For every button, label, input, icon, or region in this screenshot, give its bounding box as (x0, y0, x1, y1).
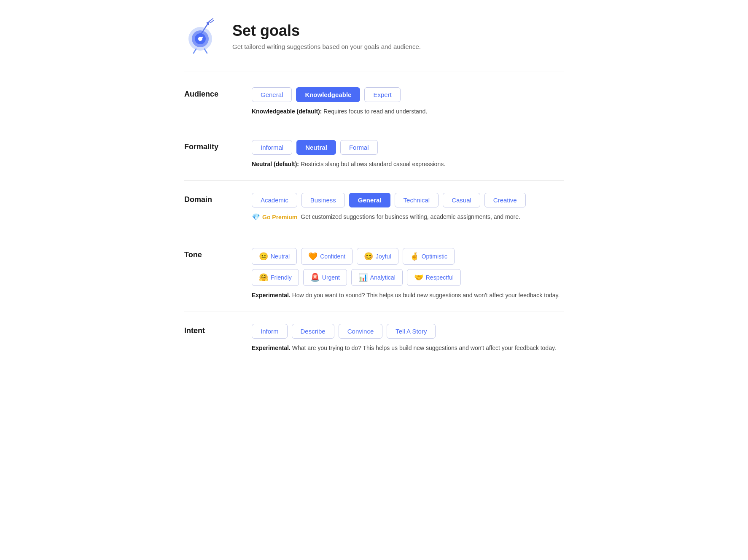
svg-line-2 (210, 19, 213, 21)
domain-content: Academic Business General Technical Casu… (252, 193, 564, 224)
domain-label: Domain (184, 193, 235, 204)
svg-line-8 (194, 49, 196, 53)
neutral-emoji: 😐 (259, 252, 268, 261)
tone-row-2: 🤗 Friendly 🚨 Urgent 📊 Analytical 🤝 (252, 269, 564, 286)
audience-button-group: General Knowledgeable Expert (252, 87, 564, 102)
friendly-emoji: 🤗 (259, 273, 268, 282)
intent-label: Intent (184, 324, 235, 335)
target-icon (184, 17, 222, 55)
intent-btn-convince[interactable]: Convince (339, 324, 383, 339)
domain-inner: Domain Academic Business General Technic… (184, 193, 564, 224)
confident-emoji: 🧡 (308, 252, 317, 261)
audience-description: Knowledgeable (default): Requires focus … (252, 107, 564, 116)
tone-friendly-label: Friendly (271, 274, 292, 281)
intent-btn-tell-a-story[interactable]: Tell A Story (387, 324, 436, 339)
tone-description: Experimental. How do you want to sound? … (252, 291, 564, 300)
tone-btn-urgent[interactable]: 🚨 Urgent (303, 269, 347, 286)
formality-btn-formal[interactable]: Formal (340, 140, 378, 155)
tone-row-1: 😐 Neutral 🧡 Confident 😊 Joyful 🤞 (252, 248, 564, 265)
domain-btn-casual[interactable]: Casual (443, 193, 480, 207)
formality-label: Formality (184, 140, 235, 151)
formality-description: Neutral (default): Restricts slang but a… (252, 160, 564, 169)
tone-analytical-label: Analytical (370, 274, 396, 281)
domain-premium-description: Get customized suggestions for business … (301, 213, 520, 221)
tone-urgent-label: Urgent (322, 274, 340, 281)
page-subtitle: Get tailored writing suggestions based o… (232, 43, 421, 50)
tone-label: Tone (184, 248, 235, 259)
intent-description: Experimental. What are you trying to do?… (252, 344, 564, 353)
tone-confident-label: Confident (320, 253, 345, 260)
intent-btn-inform[interactable]: Inform (252, 324, 288, 339)
tone-btn-analytical[interactable]: 📊 Analytical (351, 269, 403, 286)
audience-label: Audience (184, 87, 235, 99)
audience-section: Audience General Knowledgeable Expert Kn… (184, 75, 564, 128)
tone-content: 😐 Neutral 🧡 Confident 😊 Joyful 🤞 (252, 248, 564, 300)
joyful-emoji: 😊 (364, 252, 373, 261)
tone-section: Tone 😐 Neutral 🧡 Confident 😊 (184, 236, 564, 312)
intent-content: Inform Describe Convince Tell A Story Ex… (252, 324, 564, 353)
intent-section: Intent Inform Describe Convince Tell A S… (184, 312, 564, 364)
page-header: Set goals Get tailored writing suggestio… (184, 17, 564, 55)
optimistic-emoji: 🤞 (410, 252, 419, 261)
page-container: Set goals Get tailored writing suggestio… (184, 17, 564, 364)
domain-btn-general[interactable]: General (349, 193, 390, 207)
formality-button-group: Informal Neutral Formal (252, 140, 564, 155)
premium-row: 💎 Go Premium Get customized suggestions … (252, 213, 564, 221)
domain-button-group: Academic Business General Technical Casu… (252, 193, 564, 207)
formality-btn-informal[interactable]: Informal (252, 140, 292, 155)
respectful-emoji: 🤝 (414, 273, 423, 282)
tone-btn-friendly[interactable]: 🤗 Friendly (252, 269, 299, 286)
tone-btn-optimistic[interactable]: 🤞 Optimistic (403, 248, 455, 265)
tone-joyful-label: Joyful (376, 253, 391, 260)
go-premium-link[interactable]: 💎 Go Premium (252, 213, 297, 221)
svg-line-9 (204, 49, 207, 53)
tone-optimistic-label: Optimistic (422, 253, 447, 260)
analytical-emoji: 📊 (358, 273, 368, 282)
formality-inner: Formality Informal Neutral Formal Neutra… (184, 140, 564, 169)
domain-btn-business[interactable]: Business (301, 193, 345, 207)
formality-btn-neutral[interactable]: Neutral (296, 140, 336, 155)
audience-btn-expert[interactable]: Expert (364, 87, 400, 102)
domain-section: Domain Academic Business General Technic… (184, 181, 564, 236)
audience-content: General Knowledgeable Expert Knowledgeab… (252, 87, 564, 116)
audience-inner: Audience General Knowledgeable Expert Kn… (184, 87, 564, 116)
tone-neutral-label: Neutral (271, 253, 290, 260)
formality-section: Formality Informal Neutral Formal Neutra… (184, 128, 564, 181)
intent-inner: Intent Inform Describe Convince Tell A S… (184, 324, 564, 353)
tone-btn-confident[interactable]: 🧡 Confident (301, 248, 352, 265)
intent-btn-describe[interactable]: Describe (292, 324, 334, 339)
domain-btn-technical[interactable]: Technical (395, 193, 439, 207)
audience-btn-knowledgeable[interactable]: Knowledgeable (296, 87, 360, 102)
formality-content: Informal Neutral Formal Neutral (default… (252, 140, 564, 169)
urgent-emoji: 🚨 (310, 273, 320, 282)
header-text: Set goals Get tailored writing suggestio… (232, 22, 421, 50)
page-title: Set goals (232, 22, 421, 40)
tone-btn-neutral[interactable]: 😐 Neutral (252, 248, 297, 265)
diamond-icon: 💎 (252, 213, 260, 221)
tone-rows: 😐 Neutral 🧡 Confident 😊 Joyful 🤞 (252, 248, 564, 286)
audience-btn-general[interactable]: General (252, 87, 292, 102)
tone-respectful-label: Respectful (426, 274, 454, 281)
tone-btn-joyful[interactable]: 😊 Joyful (357, 248, 398, 265)
tone-inner: Tone 😐 Neutral 🧡 Confident 😊 (184, 248, 564, 300)
intent-button-group: Inform Describe Convince Tell A Story (252, 324, 564, 339)
domain-btn-creative[interactable]: Creative (484, 193, 526, 207)
top-divider (184, 72, 564, 72)
svg-line-3 (210, 20, 214, 23)
domain-btn-academic[interactable]: Academic (252, 193, 297, 207)
tone-btn-respectful[interactable]: 🤝 Respectful (407, 269, 461, 286)
